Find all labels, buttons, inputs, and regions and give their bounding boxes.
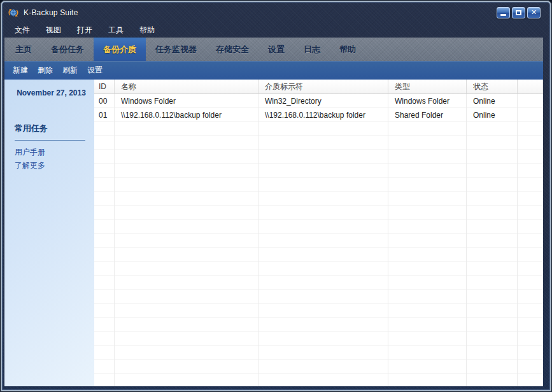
table-cell: [115, 374, 258, 386]
table-cell: [94, 262, 115, 276]
menu-item-tools[interactable]: 工具: [103, 24, 129, 37]
filler-cell: [518, 220, 543, 234]
minimize-button[interactable]: [497, 7, 510, 18]
menu-item-file[interactable]: 文件: [10, 24, 35, 37]
toolbar-button-new[interactable]: 新建: [10, 64, 31, 77]
table-cell: [258, 164, 388, 178]
toolbar: 新建删除刷新设置: [4, 61, 543, 80]
table-empty-row: [94, 164, 543, 178]
table-empty-row: [94, 318, 543, 332]
header-cell-name[interactable]: 名称: [115, 80, 258, 94]
table-empty-row: [94, 234, 543, 248]
table-cell: [467, 360, 518, 374]
table-cell: [467, 332, 518, 346]
header-cell-status[interactable]: 状态: [467, 80, 518, 94]
tab-backup-tasks[interactable]: 备份任务: [41, 38, 94, 61]
table-cell: 01: [94, 108, 115, 122]
table-cell: Shared Folder: [388, 108, 467, 122]
table-empty-row: [94, 304, 543, 318]
header-cell-identifier[interactable]: 介质标示符: [258, 80, 388, 94]
filler-cell: [518, 108, 543, 122]
table-cell: [258, 192, 388, 206]
table-cell: [94, 178, 115, 192]
filler-cell: [518, 276, 543, 290]
tab-backup-media[interactable]: 备份介质: [94, 38, 146, 61]
table-cell: [258, 122, 388, 136]
table-cell: [258, 234, 388, 248]
sidebar-link-learn-more[interactable]: 了解更多: [15, 160, 88, 171]
table-cell: [467, 374, 518, 386]
common-tasks-heading: 常用任务: [15, 123, 88, 134]
sidebar: November 27, 2013 常用任务 用户手册了解更多: [4, 80, 94, 386]
tab-help[interactable]: 帮助: [330, 38, 365, 61]
table-cell: Online: [467, 94, 518, 108]
filler-cell: [518, 164, 543, 178]
table-cell: [94, 332, 115, 346]
table-cell: [115, 178, 258, 192]
filler-cell: [518, 360, 543, 374]
table-empty-row: [94, 290, 543, 304]
table-empty-row: [94, 220, 543, 234]
tabbar: 主页备份任务备份介质任务监视器存储安全设置日志帮助: [4, 38, 543, 61]
table-empty-row: [94, 192, 543, 206]
table-cell: Online: [467, 108, 518, 122]
toolbar-button-refresh[interactable]: 刷新: [60, 64, 80, 77]
table-cell: [258, 136, 388, 150]
tab-logs[interactable]: 日志: [294, 38, 330, 61]
titlebar: K-Backup Suite ✕: [4, 3, 543, 22]
table-cell: [94, 122, 115, 136]
table-cell: [94, 192, 115, 206]
table-empty-row: [94, 346, 543, 360]
filler-cell: [518, 206, 543, 220]
filler-cell: [518, 332, 543, 346]
close-button[interactable]: ✕: [527, 7, 541, 18]
table-cell: [467, 136, 518, 150]
tab-home[interactable]: 主页: [6, 38, 41, 61]
table-cell: [94, 276, 115, 290]
menu-item-open[interactable]: 打开: [72, 24, 97, 37]
filler-cell: [518, 234, 543, 248]
header-cell-id[interactable]: ID: [94, 80, 115, 94]
minimize-icon: [500, 14, 506, 16]
sidebar-link-user-manual[interactable]: 用户手册: [15, 147, 88, 158]
table-empty-row: [94, 206, 543, 220]
toolbar-button-settings[interactable]: 设置: [85, 64, 105, 77]
filler-cell: [518, 122, 543, 136]
table-cell: [258, 262, 388, 276]
table-cell: [94, 318, 115, 332]
table-empty-row: [94, 332, 543, 346]
table-cell: [94, 360, 115, 374]
content-area: November 27, 2013 常用任务 用户手册了解更多 ID名称介质标示…: [4, 80, 543, 386]
maximize-button[interactable]: [512, 7, 525, 18]
table-cell: [388, 192, 467, 206]
table-cell: [94, 234, 115, 248]
filler-cell: [518, 290, 543, 304]
table-row-01[interactable]: 01\\192.168.0.112\backup folder\\192.168…: [94, 108, 543, 122]
header-cell-type[interactable]: 类型: [388, 80, 467, 94]
menu-item-help[interactable]: 帮助: [134, 24, 160, 37]
tab-storage-security[interactable]: 存储安全: [206, 38, 258, 61]
filler-cell: [518, 374, 543, 386]
filler-cell: [518, 150, 543, 164]
tab-settings[interactable]: 设置: [258, 38, 294, 61]
table-empty-row: [94, 248, 543, 262]
table-cell: [115, 276, 258, 290]
table-cell: \\192.168.0.112\backup folder: [258, 108, 388, 122]
table-row-00[interactable]: 00Windows FolderWin32_DirectoryWindows F…: [94, 94, 543, 108]
table-cell: [388, 360, 467, 374]
table-cell: [115, 304, 258, 318]
table-cell: [94, 164, 115, 178]
table-cell: Windows Folder: [388, 94, 467, 108]
filler-cell: [518, 248, 543, 262]
filler-cell: [518, 80, 543, 94]
sidebar-divider: [15, 140, 85, 141]
table-empty-row: [94, 150, 543, 164]
table-cell: [467, 122, 518, 136]
table-cell: [467, 346, 518, 360]
window-frame: K-Backup Suite ✕ 文件视图打开工具帮助 主页备份任务备份介质任务…: [0, 0, 552, 392]
tab-task-monitor[interactable]: 任务监视器: [146, 38, 206, 61]
toolbar-button-delete[interactable]: 删除: [35, 64, 55, 77]
menu-item-view[interactable]: 视图: [41, 24, 66, 37]
table-cell: [467, 318, 518, 332]
table-cell: [467, 164, 518, 178]
